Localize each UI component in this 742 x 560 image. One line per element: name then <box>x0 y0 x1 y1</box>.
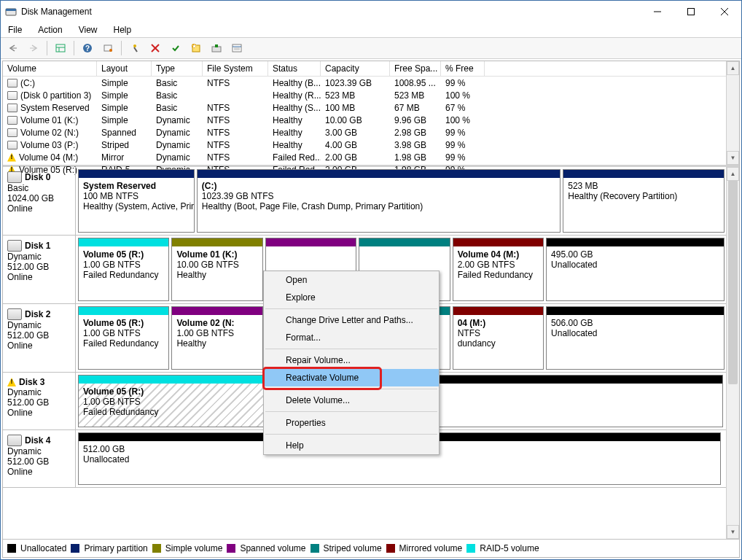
svg-rect-3 <box>688 9 695 15</box>
column-header[interactable]: Layout <box>97 61 152 76</box>
toolbar: ? ★ <box>1 37 741 59</box>
new-volume-button[interactable]: ★ <box>187 39 206 57</box>
context-menu-item[interactable]: Open <box>264 271 439 289</box>
legend-swatch <box>311 544 319 553</box>
partition-color-cap <box>547 307 724 315</box>
column-header[interactable]: File System <box>203 61 268 76</box>
properties-button[interactable] <box>227 39 246 57</box>
drive-icon <box>7 141 17 149</box>
disk-header[interactable]: Disk 3Dynamic512.00 GBOnline <box>3 373 76 429</box>
context-menu-item[interactable]: Reactivate Volume <box>264 369 439 386</box>
help-button[interactable]: ? <box>78 39 97 57</box>
partition-color-cap <box>172 307 262 315</box>
volume-row[interactable]: System ReservedSimpleBasicNTFSHealthy (S… <box>3 101 739 114</box>
partition[interactable]: Volume 01 (K:)10.00 GB NTFSHealthy <box>171 238 262 301</box>
drive-icon <box>7 128 17 137</box>
disk-header[interactable]: Disk 0Basic1024.00 GBOnline <box>3 167 76 235</box>
legend-label: Primary partition <box>84 543 147 553</box>
attach-vhd-button[interactable] <box>207 39 226 57</box>
partition[interactable]: Volume 02 (N:1.00 GB NTFSHealthy <box>171 306 262 370</box>
volume-name: (Disk 0 partition 3) <box>20 90 91 101</box>
scrollbar-thumb[interactable] <box>728 180 738 384</box>
close-button[interactable] <box>708 1 741 23</box>
legend-swatch <box>466 544 475 553</box>
context-menu-item[interactable]: Repair Volume... <box>264 351 439 369</box>
partition[interactable]: System Reserved100 MB NTFSHealthy (Syste… <box>78 169 195 233</box>
context-menu-item[interactable]: Format... <box>264 329 439 346</box>
volume-row[interactable]: Volume 02 (N:)SpannedDynamicNTFSHealthy3… <box>3 126 739 139</box>
legend-label: Mirrored volume <box>399 543 463 553</box>
partition[interactable]: Volume 05 (R:)1.00 GB NTFSFailed Redunda… <box>78 375 282 427</box>
partition[interactable]: Volume 05 (R:)1.00 GB NTFSFailed Redunda… <box>78 306 169 370</box>
disk-icon <box>7 240 22 252</box>
partition-color-cap <box>79 307 168 315</box>
column-header-row: VolumeLayoutTypeFile SystemStatusCapacit… <box>3 61 739 77</box>
svg-point-15 <box>133 44 136 47</box>
context-menu-item[interactable]: Help <box>264 437 439 454</box>
volume-row[interactable]: Volume 01 (K:)SimpleDynamicNTFSHealthy10… <box>3 114 739 126</box>
volume-row[interactable]: Volume 03 (P:)StripedDynamicNTFSHealthy4… <box>3 139 739 151</box>
partition[interactable]: Volume 05 (R:)1.00 GB NTFSFailed Redunda… <box>78 238 169 301</box>
menu-help[interactable]: Help <box>111 23 135 36</box>
back-button[interactable] <box>4 39 23 57</box>
settings-button[interactable] <box>98 39 117 57</box>
volume-name: Volume 04 (M:) <box>19 152 78 163</box>
volume-row[interactable]: (Disk 0 partition 3)SimpleBasicHealthy (… <box>3 89 739 101</box>
maximize-button[interactable] <box>674 1 708 23</box>
scroll-down-icon[interactable]: ▼ <box>727 525 739 539</box>
scroll-up-icon[interactable]: ▲ <box>727 61 739 75</box>
disk-header[interactable]: Disk 2Dynamic512.00 GBOnline <box>3 304 76 372</box>
menu-file[interactable]: File <box>5 23 25 36</box>
column-header[interactable]: Free Spa... <box>390 61 441 76</box>
scroll-up-icon[interactable]: ▲ <box>727 167 739 181</box>
partition[interactable]: 523 MBHealthy (Recovery Partition) <box>563 169 725 233</box>
delete-button[interactable] <box>146 39 165 57</box>
volume-row[interactable]: Volume 04 (M:)MirrorDynamicNTFSFailed Re… <box>3 151 739 163</box>
partition[interactable]: 04 (M:)NTFSdundancy <box>453 306 544 370</box>
drive-icon <box>7 116 17 125</box>
partition[interactable]: (C:)1023.39 GB NTFSHealthy (Boot, Page F… <box>197 169 561 233</box>
volume-name: Volume 03 (P:) <box>20 140 78 150</box>
context-menu-item[interactable]: Explore <box>264 289 439 306</box>
volume-list-scrollbar[interactable]: ▲ ▼ <box>726 61 739 165</box>
svg-rect-8 <box>56 44 65 52</box>
partition[interactable]: 506.00 GBUnallocated <box>546 306 725 370</box>
volume-row[interactable]: (C:)SimpleBasicNTFSHealthy (B...1023.39 … <box>3 77 739 89</box>
disk-header[interactable]: Disk 4Dynamic512.00 GBOnline <box>3 430 76 487</box>
window-title: Disk Management <box>21 7 92 17</box>
menu-action[interactable]: Action <box>35 23 65 36</box>
column-header[interactable]: % Free <box>441 61 485 76</box>
legend-label: Simple volume <box>165 543 223 553</box>
drive-icon <box>7 91 17 100</box>
disk-map-scrollbar[interactable]: ▲ ▼ <box>726 167 739 539</box>
context-menu-item[interactable]: Properties <box>264 414 439 432</box>
volume-name: (C:) <box>20 78 35 88</box>
minimize-button[interactable] <box>641 1 674 23</box>
column-header[interactable]: Type <box>152 61 203 76</box>
legend-swatch <box>386 544 395 553</box>
context-menu-item[interactable]: Delete Volume... <box>264 392 439 409</box>
partition-color-cap <box>79 376 281 384</box>
menu-view[interactable]: View <box>76 23 101 36</box>
partition[interactable]: 495.00 GBUnallocated <box>546 238 725 301</box>
partition-color-cap <box>266 238 356 246</box>
column-header[interactable]: Volume <box>3 61 97 76</box>
disk-header[interactable]: Disk 1Dynamic512.00 GBOnline <box>3 236 76 303</box>
partition[interactable]: Volume 04 (M:)2.00 GB NTFSFailed Redunda… <box>453 238 544 301</box>
context-menu-item[interactable]: Change Drive Letter and Paths... <box>264 311 439 329</box>
show-hide-console-button[interactable] <box>51 39 70 57</box>
check-button[interactable] <box>166 39 185 57</box>
window: Disk Management FileActionViewHelp ? ★ V… <box>0 0 742 560</box>
disk-icon <box>7 171 22 183</box>
warning-icon <box>7 153 16 162</box>
column-header[interactable]: Status <box>268 61 321 76</box>
wizard-button[interactable] <box>125 39 144 57</box>
volume-name: Volume 01 (K:) <box>20 115 78 125</box>
app-icon <box>5 6 17 18</box>
forward-button[interactable] <box>24 39 43 57</box>
column-header[interactable]: Capacity <box>321 61 390 76</box>
volume-name: System Reserved <box>20 103 90 113</box>
scroll-down-icon[interactable]: ▼ <box>727 151 739 165</box>
partition-color-cap <box>563 170 724 178</box>
partition-color-cap <box>79 170 194 178</box>
